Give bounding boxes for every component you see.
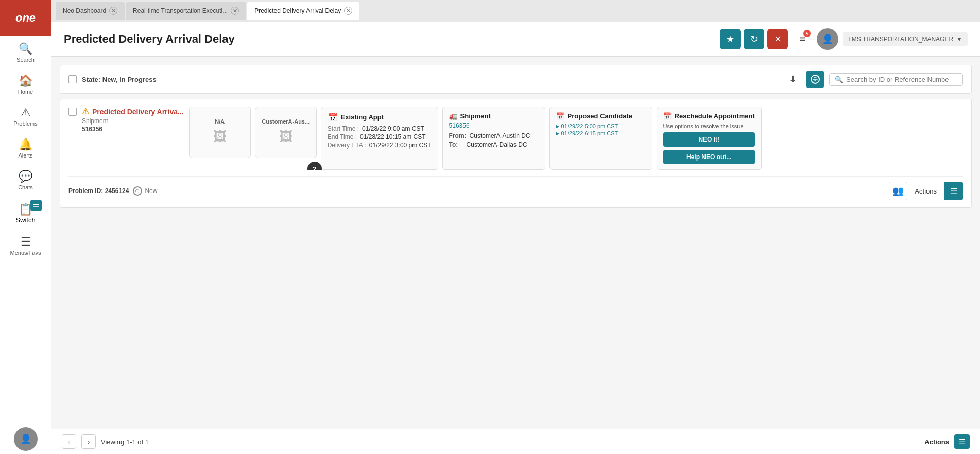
refresh-button[interactable]: ↻ (744, 29, 764, 49)
tab-close-neo-dashboard[interactable]: ✕ (109, 7, 117, 15)
problem-header: ⚠ Predicted Delivery Arriva... Shipment … (68, 107, 963, 170)
sidebar-item-label: Chats (18, 184, 33, 190)
sidebar-item-chats[interactable]: 💬 Chats (0, 164, 51, 196)
tabs-bar: Neo Dashboard ✕ Real-time Transportation… (51, 0, 980, 22)
cards-row: N/A 🖼 CustomerA-Aus... 🖼 2 (189, 107, 762, 170)
tab-label: Neo Dashboard (63, 7, 106, 14)
sidebar-item-problems[interactable]: ⚠ Problems (0, 100, 51, 132)
calendar2-icon: 📅 (556, 112, 564, 120)
sidebar-item-home[interactable]: 🏠 Home (0, 68, 51, 100)
select-all-checkbox[interactable] (68, 75, 77, 83)
favorite-button[interactable]: ★ (720, 29, 741, 49)
header-actions: ★ ↻ ✕ (720, 29, 788, 49)
search-input[interactable] (846, 76, 949, 83)
sidebar-item-label: Search (16, 57, 35, 63)
sidebar-item-menus[interactable]: ☰ Menus/Favs (0, 229, 51, 261)
sidebar-item-label: Home (18, 89, 33, 95)
close-tab-button[interactable]: ✕ (767, 29, 788, 49)
sidebar-item-search[interactable]: 🔍 Search (0, 36, 51, 68)
switch-badge (30, 200, 42, 211)
problem-shipment-id: 516356 (82, 126, 184, 133)
warning-icon: ⚠ (21, 107, 31, 118)
image-placeholder-2: 🖼 (273, 127, 299, 146)
search-box[interactable]: 🔍 (829, 73, 963, 86)
shipment-card-id: 516356 (449, 122, 539, 129)
shipment-to-row: To: CustomerA-Dallas DC (449, 141, 539, 148)
assign-button[interactable]: 👥 (889, 182, 907, 200)
customer-card: CustomerA-Aus... 🖼 (255, 107, 317, 158)
main-area: Neo Dashboard ✕ Real-time Transportation… (51, 0, 980, 454)
problem-card: ⚠ Predicted Delivery Arriva... Shipment … (60, 99, 972, 208)
search-icon: 🔍 (835, 76, 843, 83)
customer-card-wrapper: CustomerA-Aus... 🖼 2 (255, 107, 317, 170)
reschedule-subtitle: Use options to resolve the issue (663, 123, 755, 129)
page-title: Predicted Delivery Arrival Delay (64, 32, 711, 46)
filter-state-value: New, In Progress (102, 76, 157, 83)
shipment-from-row: From: CustomerA-Austin DC (449, 132, 539, 139)
problem-title-text: Predicted Delivery Arriva... (92, 108, 184, 116)
sidebar-user-avatar[interactable]: 👤 (14, 427, 38, 451)
actions-btn-group: 👥 Actions ☰ (889, 182, 963, 200)
problem-footer: Problem ID: 2456124 ⏱ New 👥 Actions ☰ (68, 176, 963, 200)
tab-close-predicted[interactable]: ✕ (344, 7, 352, 15)
actions-menu-button[interactable]: ☰ (944, 182, 963, 200)
proposed-date-1: 01/29/22 5:00 pm CST (556, 123, 646, 129)
sidebar: one 🔍 Search 🏠 Home ⚠ Problems 🔔 Alerts … (0, 0, 51, 454)
sidebar-item-switch[interactable]: 📋 Switch (0, 196, 51, 229)
calendar3-icon: 📅 (663, 112, 672, 120)
filter-toggle-button[interactable] (806, 71, 824, 88)
user-name-display: TMS.TRANSPORTATION_MANAGER ▼ (843, 32, 968, 46)
search-icon: 🔍 (19, 43, 32, 55)
appt-delivery-row: Delivery ETA : 01/29/22 3:00 pm CST (328, 142, 432, 149)
sidebar-item-label: Menus/Favs (10, 250, 41, 256)
warning-icon: ⚠ (82, 107, 89, 116)
user-area[interactable]: 👤 TMS.TRANSPORTATION_MANAGER ▼ (817, 28, 968, 50)
help-neo-button[interactable]: Help NEO out... (663, 150, 755, 164)
header: Predicted Delivery Arrival Delay ★ ↻ ✕ ≡… (51, 22, 980, 57)
neo-it-button[interactable]: NEO It! (663, 132, 755, 147)
actions-text-button[interactable]: Actions (907, 182, 944, 200)
problem-title: ⚠ Predicted Delivery Arriva... (82, 107, 184, 116)
tab-close-realtime[interactable]: ✕ (231, 7, 239, 15)
app-logo[interactable]: one (0, 0, 51, 36)
tab-neo-dashboard[interactable]: Neo Dashboard ✕ (56, 2, 125, 20)
home-icon: 🏠 (19, 75, 32, 86)
truck-icon: 🚛 (449, 112, 457, 120)
prev-page-button[interactable]: ‹ (62, 434, 76, 449)
user-avatar: 👤 (817, 28, 838, 50)
problem-checkbox[interactable] (68, 108, 77, 116)
problem-shipment-label: Shipment (82, 117, 184, 125)
status-badge: ⏱ New (133, 186, 157, 196)
existing-appt-card: 📅 Existing Appt Start Time : 01/28/22 9:… (321, 107, 438, 170)
download-button[interactable]: ⬇ (784, 71, 801, 88)
sidebar-item-label: Alerts (18, 152, 32, 159)
header-menu-button[interactable]: ≡ ★ (793, 30, 812, 48)
na-card: N/A 🖼 (189, 107, 251, 158)
svg-rect-0 (33, 204, 39, 205)
tab-realtime-transport[interactable]: Real-time Transportation Executi... ✕ (126, 2, 246, 20)
logo-text: one (15, 11, 36, 25)
status-text: New (145, 187, 157, 195)
next-page-button[interactable]: › (81, 434, 96, 449)
svg-rect-1 (33, 206, 39, 207)
sidebar-item-alerts[interactable]: 🔔 Alerts (0, 132, 51, 164)
existing-appt-title: 📅 Existing Appt (328, 112, 432, 122)
status-dot-icon: ⏱ (133, 186, 142, 196)
chat-icon: 💬 (19, 171, 32, 182)
tab-predicted-delay[interactable]: Predicted Delivery Arrival Delay ✕ (247, 2, 359, 20)
reschedule-title: 📅 Reschedule Appointment (663, 112, 755, 120)
filter-state-label: State: New, In Progress (82, 76, 157, 83)
chevron-down-icon: ▼ (956, 36, 962, 43)
problem-id-badge: Problem ID: 2456124 (68, 187, 129, 195)
reschedule-card: 📅 Reschedule Appointment Use options to … (657, 107, 762, 170)
user-name-text: TMS.TRANSPORTATION_MANAGER (848, 36, 953, 43)
appt-end-row: End Time : 01/28/22 10:15 am CST (328, 133, 432, 141)
pagination-bar: ‹ › Viewing 1-1 of 1 Actions ☰ (51, 429, 980, 454)
sidebar-item-label: Switch (15, 216, 35, 224)
sidebar-item-label: Problems (13, 120, 37, 127)
image-placeholder: 🖼 (207, 127, 233, 146)
bottom-actions-group: Actions ☰ (919, 434, 970, 449)
bottom-actions-label[interactable]: Actions (919, 438, 954, 446)
bottom-actions-menu-button[interactable]: ☰ (954, 434, 970, 449)
shipment-card: 🚛 Shipment 516356 From: CustomerA-Austin… (442, 107, 545, 170)
